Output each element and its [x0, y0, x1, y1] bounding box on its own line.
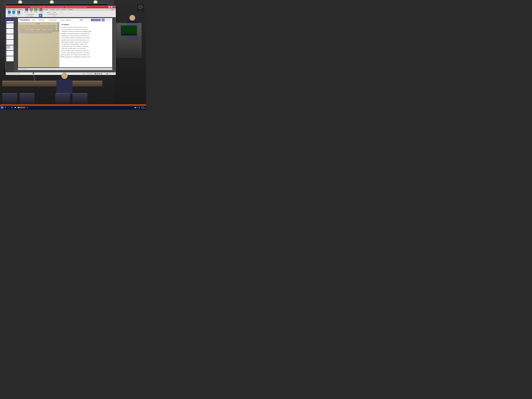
- windows-start-button[interactable]: ⊞: [0, 106, 4, 109]
- redo-button[interactable]: ↪: [88, 19, 90, 21]
- record-label: Record SlideShow ▾: [39, 11, 43, 13]
- setup-buttons: ⚙ Set UpSlide Show ⊘ HideSlide ⏱ Rehears…: [24, 8, 44, 13]
- edge-icon[interactable]: 🌐: [11, 106, 13, 109]
- nav-collections[interactable]: Collections: [38, 19, 44, 21]
- battery-icon[interactable]: 🔋: [139, 107, 140, 108]
- volume-icon[interactable]: 🔊: [136, 107, 138, 108]
- tab-insert[interactable]: INSERT: [11, 9, 17, 11]
- undo-button[interactable]: ↩: [85, 19, 87, 21]
- network-icon[interactable]: 📶: [134, 107, 136, 108]
- ground-truth-button[interactable]: Ground Truth: [91, 19, 101, 21]
- close-button[interactable]: ✕: [113, 6, 115, 8]
- browser-taskbar-icon[interactable]: 🔵: [26, 106, 29, 109]
- text-da-8: да: [77, 52, 78, 53]
- slide-thumb-5[interactable]: 5: [6, 40, 14, 45]
- maximize-button[interactable]: □: [111, 6, 113, 8]
- custom-slide-label: Custom SlideShow ▾: [16, 13, 21, 16]
- hide-slide-button[interactable]: ⊘ HideSlide: [30, 8, 33, 13]
- slide-thumb-4[interactable]: 4: [6, 34, 14, 39]
- laptop: [121, 25, 137, 36]
- powerpoint-taskbar-item[interactable]: 📊 PowerPoint: [17, 107, 26, 108]
- water-glass: [60, 55, 62, 58]
- slide-thumb-3[interactable]: Content 3: [6, 29, 14, 34]
- tab-home[interactable]: HOME: [6, 9, 11, 11]
- sidebar-btn-1[interactable]: +: [57, 23, 59, 24]
- start-slideshow-buttons: ▶ FromBeginning ▷ PresentOnline ▥ Custom…: [7, 11, 21, 16]
- slide-thumb-7[interactable]: 20: [6, 51, 14, 56]
- slide-body: . стiï трдоħ̃. нiмдħки прало свiтŷдоā св…: [18, 22, 112, 67]
- present-online-button[interactable]: ▷ PresentOnline: [12, 11, 16, 16]
- reading-view-btn[interactable]: [99, 73, 100, 74]
- view-buttons: [95, 73, 102, 74]
- start-slideshow-group-label: Start Slide Show: [7, 16, 21, 17]
- task-view-icon[interactable]: ⧉: [7, 106, 10, 109]
- use-timings-checkbox[interactable]: [25, 15, 27, 17]
- hide-slide-label: HideSlide: [31, 11, 32, 13]
- tab-foxit[interactable]: Foxit PDF: [60, 9, 67, 11]
- tab-view[interactable]: VIEW: [56, 9, 60, 11]
- transcribed-text: и нааћи тамо с ваидо. сваки кои що има. …: [61, 26, 110, 58]
- minimize-button[interactable]: —: [108, 6, 110, 8]
- sidebar-btn-2[interactable]: -: [57, 24, 59, 26]
- chair-1: [2, 93, 17, 106]
- presenter-view-checkbox[interactable]: ✓: [47, 14, 48, 15]
- record-button[interactable]: ⏺ Record SlideShow ▾: [38, 8, 44, 13]
- save-button[interactable]: 💾: [101, 19, 105, 21]
- zoom-slider[interactable]: [105, 74, 112, 74]
- zoom-out-btn[interactable]: −: [104, 73, 104, 74]
- comments-label[interactable]: COMMENTS: [87, 73, 93, 74]
- room-background: P Писани историјски извори у ери вештачк…: [0, 0, 146, 109]
- normal-view-btn[interactable]: [95, 73, 96, 74]
- rehearse-button[interactable]: ⏱ RehearseTimings: [34, 8, 38, 13]
- podium: [116, 23, 141, 57]
- text-title: стiï праоцъ.: [61, 24, 110, 26]
- manuscript-lines-container: . стiï трдоħ̃. нiмдħки прало свiтŷдоā св…: [19, 23, 56, 66]
- text-da-1: да: [84, 27, 85, 28]
- custom-slide-button[interactable]: ▥ Custom SlideShow ▾: [16, 11, 21, 16]
- task-view-symbol: ⧉: [8, 107, 9, 108]
- monitor-area: Monitor: Automatic Primary Monitor ✓ Use…: [46, 11, 62, 15]
- from-beginning-icon: ▶: [8, 11, 11, 13]
- sidebar-btn-3[interactable]: ↑: [57, 26, 59, 28]
- nav-breadcrumb1[interactable]: Г.С. Венцловић: [48, 19, 57, 21]
- ribbon-group-start-slideshow: ▶ FromBeginning ▷ PresentOnline ▥ Custom…: [6, 11, 23, 17]
- ppt-taskbar-label: 📊 PowerPoint: [18, 107, 25, 108]
- ribbon-group-setup: ⚙ Set UpSlide Show ⊘ HideSlide ⏱ Rehears…: [24, 11, 45, 17]
- info-button[interactable]: ℹ: [83, 19, 84, 21]
- text-da-9: да: [65, 54, 66, 55]
- ppt-app-icon: P: [7, 6, 8, 8]
- text-da-4: да: [61, 39, 63, 41]
- manuscript-text-block: нiмдħки прало свiтŷдоā свäĭiĭ iко̃пőо нö…: [19, 25, 56, 32]
- zoom-in-btn[interactable]: +: [112, 73, 113, 74]
- sign-in[interactable]: Sign in: [110, 9, 115, 11]
- notes-label[interactable]: NOTES: [82, 73, 86, 74]
- set-up-button[interactable]: ⚙ Set UpSlide Show: [24, 8, 29, 13]
- projection-screen-frame: P Писани историјски извори у ери вештачк…: [5, 3, 108, 68]
- browser-symbol: 🔵: [27, 107, 28, 108]
- zoom-thumb: [107, 73, 108, 74]
- tab-review[interactable]: REVIEW: [49, 9, 56, 11]
- slide-thumb-1[interactable]: Slide 1 1: [6, 18, 14, 23]
- monitor-label: Monitor:: [47, 12, 51, 13]
- taskbar-right: 📶 🔊 🔋 12:02 12/12/202: [134, 106, 146, 109]
- slide-sorter-btn[interactable]: [96, 73, 98, 74]
- search-taskbar-icon[interactable]: 🔍: [4, 106, 7, 109]
- text-panel: стiï праоцъ. и нааћи тамо с ваидо. сваки…: [59, 22, 112, 67]
- from-beginning-label: FromBeginning: [7, 13, 11, 16]
- play-narrations-checkbox[interactable]: ✓: [25, 14, 27, 15]
- slideshow-view-btn[interactable]: [101, 73, 102, 74]
- slide-thumb-2[interactable]: Content slide 2: [6, 23, 14, 28]
- tab-acrobat[interactable]: ACROBAT: [67, 9, 74, 11]
- from-beginning-button[interactable]: ▶ FromBeginning: [7, 11, 11, 16]
- nav-breadcrumb2[interactable]: Слова із...uplicated: [60, 19, 71, 21]
- slide-thumb-current[interactable]: text 19: [6, 45, 14, 50]
- presenter-view-label: Use Presenter View: [48, 14, 57, 15]
- sidebar-btn-5[interactable]: ✎: [57, 30, 59, 31]
- nav-home[interactable]: Home: [32, 19, 35, 21]
- custom-slide-icon: ▥: [17, 11, 20, 13]
- sidebar-btn-4[interactable]: ↓: [57, 28, 59, 30]
- monitor-dropdown[interactable]: Automatic Primary Monitor: [51, 12, 62, 13]
- slide-thumb-8[interactable]: 21: [6, 56, 14, 61]
- tab-design[interactable]: DESIGN: [17, 9, 23, 11]
- file-explorer-icon[interactable]: 📁: [14, 106, 17, 109]
